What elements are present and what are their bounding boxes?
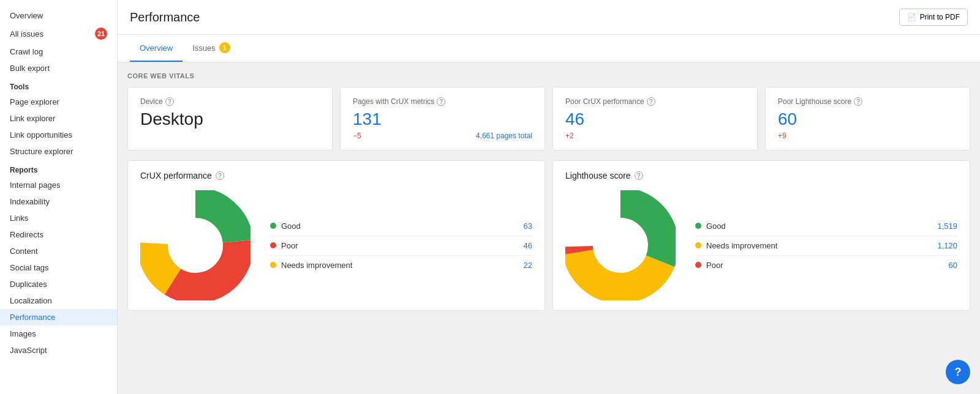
- poor-crux-delta: +2: [565, 132, 574, 140]
- crux-good-value: 63: [524, 221, 532, 231]
- print-icon: 📄: [907, 13, 916, 21]
- sidebar-item-images[interactable]: Images: [0, 325, 117, 342]
- crux-legend-needs: Needs improvement 22: [270, 256, 532, 275]
- poor-lighthouse-help-icon[interactable]: ?: [854, 97, 862, 106]
- sidebar-item-links[interactable]: Links: [0, 210, 117, 226]
- poor-lighthouse-delta: +9: [778, 132, 786, 140]
- sidebar-item-overview[interactable]: Overview: [0, 7, 117, 24]
- crux-needs-value: 22: [524, 261, 532, 270]
- sidebar-item-link-opportunities[interactable]: Link opportunities: [0, 127, 117, 143]
- sidebar-item-javascript[interactable]: JavaScript: [0, 342, 117, 359]
- pages-crux-delta: −5: [353, 132, 361, 140]
- sidebar-item-localization[interactable]: Localization: [0, 292, 117, 309]
- help-fab-button[interactable]: ?: [946, 360, 970, 384]
- tab-overview[interactable]: Overview: [130, 35, 183, 62]
- lh-poor-value: 60: [949, 261, 957, 270]
- lighthouse-legend: Good 1,519 Needs improvement 1,120: [695, 217, 957, 275]
- sidebar-item-internal-pages[interactable]: Internal pages: [0, 177, 117, 193]
- sidebar-item-structure-explorer[interactable]: Structure explorer: [0, 143, 117, 160]
- tab-issues[interactable]: Issues 1: [183, 35, 240, 62]
- metric-card-pages-crux: Pages with CrUX metrics ? 131 −5 4,661 p…: [340, 87, 545, 151]
- sidebar-item-social-tags[interactable]: Social tags: [0, 259, 117, 276]
- lh-needs-value: 1,120: [937, 241, 957, 250]
- sidebar-item-link-explorer[interactable]: Link explorer: [0, 110, 117, 127]
- poor-crux-help-icon[interactable]: ?: [647, 97, 655, 106]
- metric-card-poor-lighthouse: Poor Lighthouse score ? 60 +9: [765, 87, 970, 151]
- crux-poor-dot: [270, 242, 276, 248]
- metric-card-poor-crux: Poor CrUX performance ? 46 +2: [552, 87, 758, 151]
- main-content-area: CORE WEB VITALS Device ? Desktop Pages w…: [118, 62, 980, 321]
- sidebar: Overview All issues 21 Crawl log Bulk ex…: [0, 0, 118, 394]
- pages-crux-value: 131: [353, 110, 532, 129]
- sidebar-item-all-issues[interactable]: All issues 21: [0, 24, 117, 43]
- lighthouse-legend-needs: Needs improvement 1,120: [695, 236, 957, 256]
- lh-needs-dot: [695, 242, 701, 248]
- lighthouse-legend-good: Good 1,519: [695, 217, 957, 236]
- device-value: Desktop: [140, 110, 320, 129]
- crux-legend: Good 63 Poor 46: [270, 217, 532, 275]
- crux-chart-body: Good 63 Poor 46: [140, 190, 532, 300]
- main-content: Performance 📄 Print to PDF Overview Issu…: [118, 0, 980, 394]
- sidebar-item-redirects[interactable]: Redirects: [0, 226, 117, 243]
- lighthouse-donut: [565, 190, 676, 300]
- crux-legend-good: Good 63: [270, 217, 532, 236]
- issues-tab-badge: 1: [219, 42, 230, 53]
- lh-good-dot: [695, 223, 701, 229]
- tabs-bar: Overview Issues 1: [118, 35, 980, 62]
- sidebar-item-content[interactable]: Content: [0, 243, 117, 259]
- crux-poor-value: 46: [524, 241, 532, 250]
- core-web-vitals-label: CORE WEB VITALS: [127, 72, 970, 80]
- print-button[interactable]: 📄 Print to PDF: [899, 9, 968, 26]
- crux-legend-poor: Poor 46: [270, 236, 532, 256]
- sidebar-item-bulk-export[interactable]: Bulk export: [0, 60, 117, 76]
- poor-crux-value: 46: [565, 110, 745, 129]
- crux-good-dot: [270, 223, 276, 229]
- crux-chart-help-icon[interactable]: ?: [216, 171, 224, 180]
- page-title: Performance: [130, 10, 200, 24]
- crux-needs-dot: [270, 262, 276, 268]
- sidebar-item-indexability[interactable]: Indexability: [0, 193, 117, 210]
- svg-point-3: [171, 221, 220, 270]
- lighthouse-chart-help-icon[interactable]: ?: [635, 171, 643, 180]
- poor-lighthouse-value: 60: [778, 110, 957, 129]
- lighthouse-chart-body: Good 1,519 Needs improvement 1,120: [565, 190, 957, 300]
- sidebar-section-reports: Reports: [0, 160, 117, 177]
- charts-row: CrUX performance ?: [127, 160, 970, 311]
- all-issues-badge: 21: [95, 28, 107, 40]
- lighthouse-chart-card: Lighthouse score ?: [552, 160, 970, 311]
- sidebar-section-tools: Tools: [0, 76, 117, 94]
- sidebar-item-duplicates[interactable]: Duplicates: [0, 276, 117, 292]
- device-help-icon[interactable]: ?: [165, 97, 174, 106]
- metric-cards-row: Device ? Desktop Pages with CrUX metrics…: [127, 87, 970, 151]
- lh-good-value: 1,519: [937, 221, 957, 231]
- lighthouse-legend-poor: Poor 60: [695, 256, 957, 275]
- sidebar-item-performance[interactable]: Performance: [0, 309, 117, 325]
- metric-card-device: Device ? Desktop: [127, 87, 333, 151]
- pages-crux-total: 4,661 pages total: [476, 132, 532, 140]
- crux-metrics-help-icon[interactable]: ?: [437, 97, 445, 106]
- page-header: Performance 📄 Print to PDF: [118, 0, 980, 35]
- lh-poor-dot: [695, 262, 701, 268]
- crux-chart-card: CrUX performance ?: [127, 160, 545, 311]
- sidebar-item-crawl-log[interactable]: Crawl log: [0, 43, 117, 60]
- crux-donut: [140, 190, 251, 300]
- svg-point-7: [596, 221, 645, 270]
- sidebar-item-page-explorer[interactable]: Page explorer: [0, 94, 117, 110]
